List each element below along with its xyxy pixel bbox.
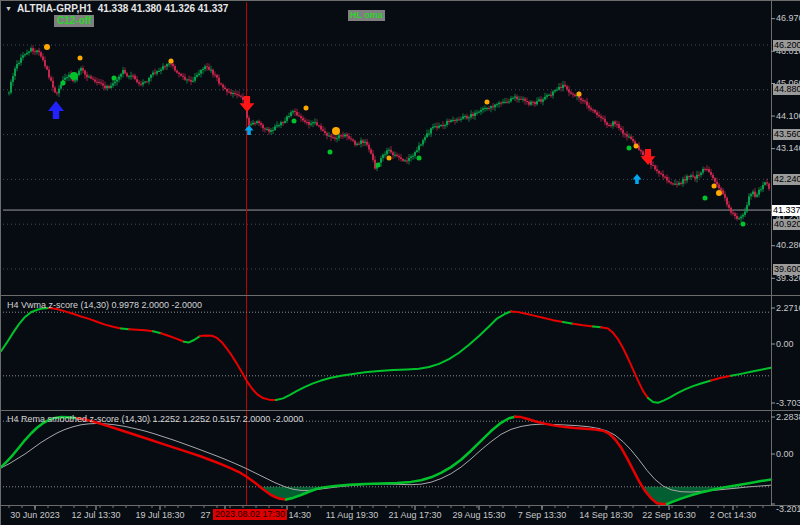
time-axis-label: 22 Sep 16:30 bbox=[642, 510, 696, 521]
dot-marker-yellow bbox=[712, 184, 717, 189]
candles bbox=[8, 45, 770, 222]
vwma-indicator-label: H4 Vwma z-score (14,30) 0.9978 2.0000 -2… bbox=[7, 300, 202, 310]
vwma-zscore-line bbox=[1, 308, 771, 403]
dot-marker-green bbox=[703, 196, 708, 201]
time-axis-label: 14 Sep 18:30 bbox=[579, 510, 633, 521]
dot-marker-green bbox=[328, 150, 333, 155]
time-axis-label: 19 Jul 18:30 bbox=[135, 510, 184, 521]
indicator-axis-label: 2.2716 bbox=[776, 303, 800, 314]
time-axis-label: 30 Jun 2023 bbox=[10, 510, 60, 521]
time-axis-label: 21 Aug 17:30 bbox=[388, 510, 441, 521]
price-axis-label: 44.106 bbox=[776, 111, 800, 122]
price-gridline-badge: 46.200 bbox=[773, 40, 800, 51]
indicator-axis-label: 0.00 bbox=[776, 339, 794, 350]
indicator-axis-label: 0.00 bbox=[776, 449, 794, 460]
price-axis-label: 46.976 bbox=[776, 13, 800, 24]
price-gridline-badge: 39.600 bbox=[773, 264, 800, 275]
dot-marker-green bbox=[61, 81, 66, 86]
dot-marker-yellow bbox=[304, 106, 309, 111]
dot-marker-green bbox=[70, 72, 78, 80]
selected-time-badge: 2023.08.02 17:30 bbox=[213, 509, 287, 520]
dot-marker-yellow bbox=[634, 144, 639, 149]
price-gridline-badge: 40.920 bbox=[773, 219, 800, 230]
current-price-badge: 41.337 bbox=[772, 205, 800, 216]
indicator-axis-label: -3.2011 bbox=[776, 504, 800, 515]
price-axis-label: 40.286 bbox=[776, 240, 800, 251]
time-axis-label: 2 Oct 14:30 bbox=[710, 510, 757, 521]
minor-buy-arrow bbox=[245, 125, 254, 135]
indicator-axis-label: -3.7037 bbox=[776, 398, 800, 409]
dot-marker-yellow bbox=[78, 56, 83, 61]
dot-marker-green bbox=[417, 156, 422, 161]
time-axis-label: 7 Sep 13:30 bbox=[518, 510, 567, 521]
dot-marker-green bbox=[112, 76, 117, 81]
price-gridline-badge: 43.560 bbox=[773, 129, 800, 140]
price-axis[interactable] bbox=[771, 1, 800, 505]
rema-indicator-label: H4 Rema smoothed z-score (14,30) 1.2252 … bbox=[7, 414, 303, 424]
c12-toggle-button[interactable]: C12-off bbox=[54, 15, 94, 27]
symbol-dropdown-icon[interactable]: ▼ bbox=[5, 5, 12, 12]
chart-symbol-title: ALTRIA-GRP,H1 bbox=[17, 3, 92, 14]
dot-marker-green bbox=[741, 222, 746, 227]
minor-buy-arrow bbox=[633, 174, 642, 184]
dot-marker-yellow bbox=[485, 100, 490, 105]
indicator-axis-label: 2.2838 bbox=[776, 412, 800, 423]
signal-markers bbox=[44, 44, 746, 227]
chart-ohlc-values: 41.338 41.380 41.326 41.337 bbox=[98, 3, 229, 14]
dot-marker-yellow bbox=[332, 127, 340, 135]
hl-toggle-button[interactable]: HL oma bbox=[348, 10, 385, 21]
sell-signal-arrow bbox=[240, 96, 255, 112]
time-axis-label: 29 Aug 15:30 bbox=[452, 510, 505, 521]
dot-marker-yellow bbox=[577, 92, 582, 97]
buy-signal-arrow bbox=[48, 101, 64, 119]
price-gridline-badge: 42.240 bbox=[773, 174, 800, 185]
price-gridline-badge: 44.880 bbox=[773, 84, 800, 95]
dot-marker-green bbox=[292, 119, 297, 124]
chart-title-bar: ▼ALTRIA-GRP,H1 41.338 41.380 41.326 41.3… bbox=[5, 3, 228, 14]
mt4-chart-window: ▼ALTRIA-GRP,H1 41.338 41.380 41.326 41.3… bbox=[0, 0, 800, 525]
dot-marker-green bbox=[376, 163, 381, 168]
time-axis-label: 12 Jul 13:30 bbox=[71, 510, 120, 521]
chart-canvas bbox=[1, 1, 800, 525]
dot-marker-yellow bbox=[716, 190, 722, 196]
dot-marker-yellow bbox=[44, 44, 50, 50]
rema-signal-line bbox=[1, 423, 771, 492]
dot-marker-yellow bbox=[169, 59, 174, 64]
dot-marker-green bbox=[627, 146, 632, 151]
price-axis-label: 43.146 bbox=[776, 143, 800, 154]
time-axis-label: 11 Aug 19:30 bbox=[326, 510, 378, 521]
dot-marker-yellow bbox=[387, 156, 392, 161]
